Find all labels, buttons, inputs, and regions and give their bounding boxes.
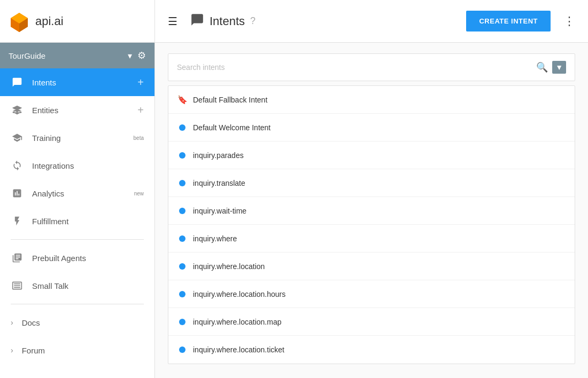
analytics-label: Analytics	[32, 189, 132, 198]
main-content: ☰ Intents ? CREATE INTENT ⋮ 🔍 ▼ 🔖 Defaul…	[155, 0, 588, 378]
add-entity-icon[interactable]: +	[137, 104, 144, 116]
training-label: Training	[32, 133, 131, 143]
sidebar-item-docs[interactable]: › Docs	[0, 309, 154, 336]
page-title: Intents	[210, 14, 245, 28]
docs-label: Docs	[22, 318, 144, 327]
status-indicator	[179, 291, 185, 297]
svg-point-4	[16, 106, 19, 109]
smalltalk-label: Small Talk	[32, 281, 144, 290]
docs-expand-icon: ›	[11, 318, 13, 327]
sidebar-item-prebuilt[interactable]: Prebuilt Agents	[0, 244, 154, 272]
topbar: ☰ Intents ? CREATE INTENT ⋮	[155, 0, 588, 43]
status-indicator	[179, 263, 185, 270]
search-bar: 🔍 ▼	[168, 53, 575, 81]
status-indicator	[179, 346, 185, 353]
intent-name: inquiry.wait-time	[193, 207, 246, 215]
forum-expand-icon: ›	[11, 346, 13, 355]
logo-icon	[9, 11, 30, 32]
logo-text: api.ai	[35, 14, 64, 28]
status-indicator	[179, 124, 185, 131]
help-icon[interactable]: ?	[250, 15, 256, 27]
content-area: 🔍 ▼ 🔖 Default Fallback Intent Default We…	[155, 43, 588, 378]
intent-name: inquiry.where.location.hours	[193, 290, 285, 298]
sidebar-item-integrations[interactable]: Integrations	[0, 152, 154, 179]
fulfillment-label: Fulfillment	[32, 217, 144, 226]
more-options-icon[interactable]: ⋮	[563, 14, 575, 28]
list-item[interactable]: inquiry.where.location.hours	[168, 280, 575, 308]
add-intent-icon[interactable]: +	[137, 76, 144, 89]
intents-label: Intents	[32, 78, 137, 87]
nav-divider-1	[11, 239, 144, 240]
forum-label: Forum	[22, 346, 144, 355]
fulfillment-icon	[11, 216, 24, 226]
entities-icon	[11, 105, 24, 115]
project-selector[interactable]: TourGuide ▾ ⚙	[0, 43, 154, 68]
hamburger-icon[interactable]: ☰	[168, 15, 177, 28]
list-item[interactable]: inquiry.parades	[168, 141, 575, 169]
analytics-icon	[11, 188, 24, 199]
page-title-area: Intents ?	[190, 13, 458, 30]
status-indicator	[179, 152, 185, 159]
intent-name: Default Fallback Intent	[193, 96, 267, 104]
intents-list: 🔖 Default Fallback Intent Default Welcom…	[168, 85, 575, 364]
sidebar-item-training[interactable]: Training beta	[0, 124, 154, 152]
integrations-icon	[11, 160, 24, 171]
filter-icon[interactable]: ▼	[552, 61, 566, 74]
training-badge: beta	[134, 135, 144, 141]
intent-name: inquiry.where.location	[193, 262, 265, 271]
prebuilt-icon	[11, 253, 24, 263]
prebuilt-label: Prebuilt Agents	[32, 254, 144, 263]
list-item[interactable]: 🔖 Default Fallback Intent	[168, 86, 575, 114]
logo-area: api.ai	[0, 0, 154, 43]
nav-divider-2	[11, 304, 144, 304]
list-item[interactable]: inquiry.where	[168, 225, 575, 253]
nav-list: Intents + Entities + Training beta Integ…	[0, 68, 154, 378]
intent-name: inquiry.where.location.ticket	[193, 345, 284, 354]
search-icon[interactable]: 🔍	[536, 61, 548, 73]
list-item[interactable]: Default Welcome Intent	[168, 114, 575, 141]
entities-label: Entities	[32, 106, 137, 115]
sidebar-item-forum[interactable]: › Forum	[0, 336, 154, 364]
sidebar-item-entities[interactable]: Entities +	[0, 96, 154, 124]
intent-name: inquiry.where.location.map	[193, 318, 282, 326]
status-indicator	[179, 319, 185, 325]
sidebar-item-analytics[interactable]: Analytics new	[0, 179, 154, 207]
page-title-icon	[190, 13, 204, 30]
analytics-badge: new	[134, 191, 144, 196]
intent-name: inquiry.where	[193, 234, 237, 243]
sidebar-item-fulfillment[interactable]: Fulfillment	[0, 207, 154, 235]
chevron-down-icon[interactable]: ▾	[128, 51, 132, 61]
list-item[interactable]: inquiry.where.location.map	[168, 308, 575, 336]
search-input[interactable]	[177, 63, 536, 72]
training-icon	[11, 132, 24, 143]
list-item[interactable]: inquiry.wait-time	[168, 197, 575, 225]
bookmark-icon: 🔖	[179, 96, 185, 104]
intents-icon	[11, 77, 24, 88]
gear-icon[interactable]: ⚙	[137, 50, 146, 61]
sidebar-item-intents[interactable]: Intents +	[0, 68, 154, 96]
status-indicator	[179, 235, 185, 242]
list-item[interactable]: inquiry.where.location.ticket	[168, 336, 575, 364]
sidebar-item-smalltalk[interactable]: Small Talk	[0, 272, 154, 300]
integrations-label: Integrations	[32, 161, 144, 170]
status-indicator	[179, 180, 185, 186]
list-item[interactable]: inquiry.translate	[168, 169, 575, 197]
project-name-label: TourGuide	[9, 51, 45, 60]
list-item[interactable]: inquiry.where.location	[168, 253, 575, 280]
create-intent-button[interactable]: CREATE INTENT	[466, 11, 551, 32]
intent-name: inquiry.parades	[193, 151, 244, 160]
intent-name: Default Welcome Intent	[193, 123, 270, 132]
sidebar: api.ai TourGuide ▾ ⚙ Intents + Entities …	[0, 0, 155, 378]
intent-name: inquiry.translate	[193, 179, 245, 187]
status-indicator	[179, 208, 185, 214]
smalltalk-icon	[11, 280, 24, 291]
